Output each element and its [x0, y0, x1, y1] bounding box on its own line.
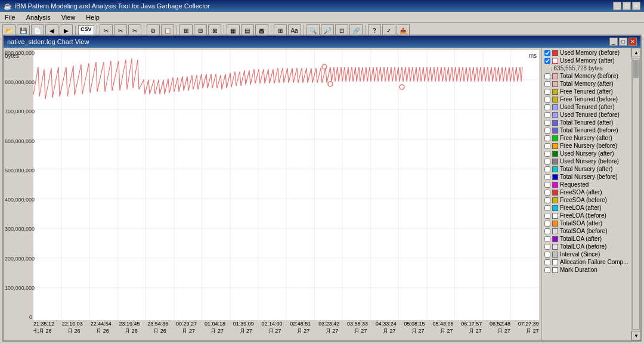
chart-close-button[interactable]: ✕ — [628, 38, 637, 39]
menu-view[interactable]: View — [59, 14, 78, 21]
chart-maximize-button[interactable]: □ — [619, 38, 627, 39]
chart-window: native_stderr.log Chart View _ □ ✕ bytes… — [2, 35, 642, 39]
app-minimize-button[interactable]: _ — [613, 2, 621, 10]
chart-window-title-bar: native_stderr.log Chart View _ □ ✕ — [4, 36, 640, 39]
chart-window-title-text: native_stderr.log Chart View — [7, 38, 89, 39]
chart-minimize-button[interactable]: _ — [609, 38, 618, 39]
menu-file[interactable]: File — [2, 14, 18, 21]
app-title: IBM Pattern Modeling and Analysis Tool f… — [14, 2, 210, 10]
app-window-controls: _ □ ✕ — [613, 2, 640, 10]
chart-window-controls: _ □ ✕ — [609, 38, 637, 39]
app-title-bar: ☕ IBM Pattern Modeling and Analysis Tool… — [0, 0, 644, 12]
menu-bar: File Analysis View Help — [0, 12, 644, 23]
menu-analysis[interactable]: Analysis — [24, 14, 53, 21]
app-close-button[interactable]: ✕ — [632, 2, 640, 10]
menu-help[interactable]: Help — [83, 14, 102, 21]
app-icon: ☕ — [4, 2, 12, 10]
app-maximize-button[interactable]: □ — [623, 2, 631, 10]
